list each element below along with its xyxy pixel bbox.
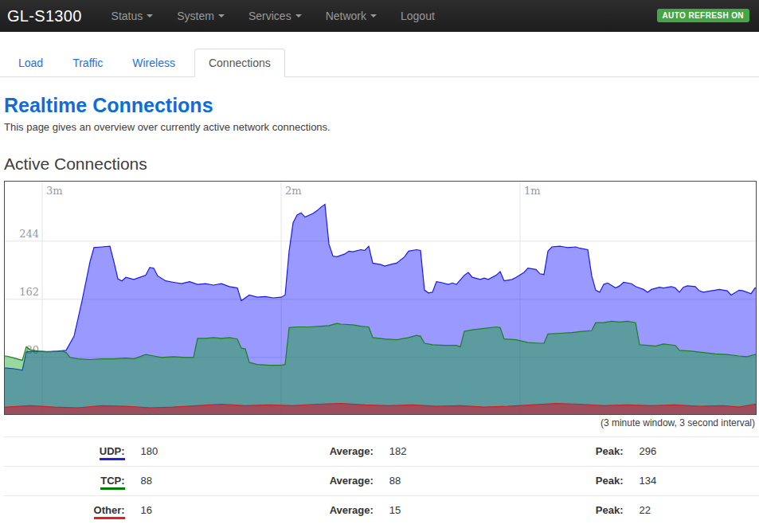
menu-system[interactable]: System (165, 0, 237, 32)
caret-down-icon (218, 14, 225, 18)
y-axis-label: 162 (19, 286, 39, 298)
tab-connections[interactable]: Connections (194, 49, 285, 77)
menu-status[interactable]: Status (100, 0, 166, 32)
caret-down-icon (295, 14, 302, 18)
tcp-peak-value: 134 (624, 467, 759, 496)
x-axis-label: 2m (285, 185, 302, 197)
other-average-label: Average: (330, 496, 374, 526)
connections-chart-frame: 244162803m2m1m (4, 181, 757, 415)
tab-traffic[interactable]: Traffic (62, 49, 113, 76)
menu-services[interactable]: Services (237, 0, 314, 32)
top-navbar: GL-S1300 Status System Services Network … (0, 0, 759, 32)
tab-wireless[interactable]: Wireless (122, 49, 186, 76)
connections-area-chart: 244162803m2m1m (5, 182, 756, 414)
caret-down-icon (370, 14, 377, 18)
udp-current-value: 180 (125, 437, 330, 467)
other-peak-value: 22 (624, 496, 759, 526)
graph-tabs: Load Traffic Wireless Connections (0, 49, 759, 77)
tcp-average-label: Average: (330, 467, 374, 496)
page-description: This page gives an overview over current… (4, 121, 759, 133)
tcp-peak-label: Peak: (596, 467, 624, 496)
udp-label: UDP: (100, 445, 125, 460)
x-axis-label: 3m (46, 185, 63, 197)
other-label: Other: (94, 504, 125, 519)
brand-title: GL-S1300 (7, 7, 82, 25)
udp-peak-value: 296 (624, 437, 759, 467)
main-menu: Status System Services Network Logout (100, 0, 447, 32)
caret-down-icon (147, 14, 153, 18)
legend-row-other: Other: 16 Average: 15 Peak: 22 (4, 496, 759, 526)
section-title: Active Connections (4, 155, 759, 174)
chart-caption: (3 minute window, 3 second interval) (4, 417, 757, 428)
legend-row-tcp: TCP: 88 Average: 88 Peak: 134 (4, 467, 759, 496)
tcp-current-value: 88 (125, 467, 330, 496)
other-current-value: 16 (125, 496, 330, 526)
tcp-label: TCP: (100, 475, 124, 490)
tcp-average-value: 88 (374, 467, 596, 496)
legend-table: UDP: 180 Average: 182 Peak: 296 TCP: 88 … (4, 436, 759, 525)
menu-network[interactable]: Network (314, 0, 389, 32)
legend-row-udp: UDP: 180 Average: 182 Peak: 296 (4, 437, 759, 467)
udp-average-label: Average: (330, 437, 374, 467)
page-title: Realtime Connections (4, 94, 759, 117)
other-peak-label: Peak: (596, 496, 624, 526)
tab-load[interactable]: Load (8, 49, 53, 76)
y-axis-label: 244 (19, 228, 39, 240)
x-axis-label: 1m (524, 185, 541, 197)
menu-logout[interactable]: Logout (389, 0, 447, 32)
other-average-value: 15 (374, 496, 596, 526)
udp-average-value: 182 (374, 437, 596, 467)
auto-refresh-badge[interactable]: AUTO REFRESH ON (657, 9, 750, 22)
udp-peak-label: Peak: (596, 437, 624, 467)
page-content: Realtime Connections This page gives an … (0, 94, 759, 525)
